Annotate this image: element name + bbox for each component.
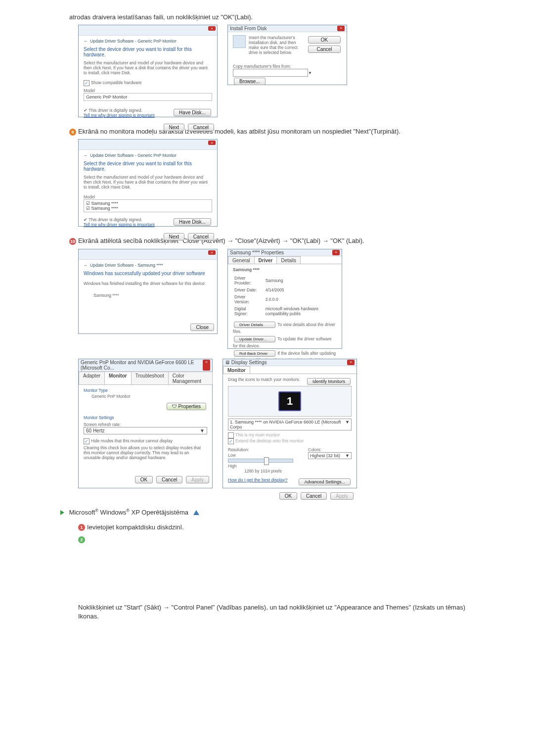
refresh-label: Screen refresh rate: [84,422,207,427]
tab-monitor[interactable]: Monitor [104,372,132,384]
apply-button: Apply [186,476,209,483]
resolution-slider[interactable] [228,459,293,463]
drag-text: Drag the icons to match your monitors. [228,377,300,386]
prop-title: Samsung **** Properties [230,250,284,255]
resolution-label: Resolution: [228,447,298,452]
colors-label: Colors: [308,447,352,452]
window-title: ← Update Driver Software - Generic PnP M… [84,39,212,44]
next-button[interactable]: Next [164,233,185,240]
updated-heading: Windows has successfully updated your dr… [84,271,212,276]
ok-button[interactable]: OK [308,36,341,44]
select-driver-desc: Select the manufacturer and model of you… [84,175,212,189]
close-icon[interactable]: × [208,141,216,145]
ok-button[interactable]: OK [279,492,297,500]
intro-text: atrodas draivera iestatīšanas faili, un … [69,13,480,22]
browse-button[interactable]: Browse... [234,78,266,85]
monitor-type-label: Monitor Type [84,388,207,393]
prop-device: Samsung **** [233,267,337,272]
tab-driver[interactable]: Driver [254,256,277,264]
updated-window: × ← Update Driver Software - Samsung ***… [78,249,218,334]
step-number-2: 2 [78,536,85,543]
apply-button: Apply [330,492,354,500]
driver-details-button[interactable]: Driver Details [234,322,275,328]
main-monitor-check: This is my main monitor [228,432,352,438]
close-icon[interactable]: × [332,250,340,255]
next-button[interactable]: Next [164,124,185,131]
why-signing-link[interactable]: Tell me why driver signing is important [84,222,155,227]
close-icon[interactable]: × [347,360,355,365]
monitor-select[interactable]: 1. Samsung **** on NVIDIA GeForce 6600 L… [228,419,352,430]
tab-monitor[interactable]: Monitor [223,366,250,374]
properties-window: Samsung **** Properties × General Driver… [227,249,342,349]
display-settings-window: 🖥 Display Settings × Monitor Drag the ic… [222,359,357,488]
copy-from-label: Copy manufacturer's files from: [233,64,342,69]
device-name: Samsung **** [93,293,212,298]
signed-text: ✔ This driver is digitally signed. [84,217,155,222]
hide-modes-check[interactable]: Hide modes that this monitor cannot disp… [84,438,207,444]
select-driver-heading: Select the device driver you want to ins… [84,161,212,172]
close-icon[interactable]: × [203,360,210,371]
window-title: ← Update Driver Software - Samsung **** [84,263,212,268]
window-title: ← Update Driver Software - Generic PnP M… [84,153,212,158]
monitor-properties-window: Generic PnP Monitor and NVIDIA GeForce 6… [78,359,213,488]
monitor-icon[interactable]: 1 [278,391,301,411]
model-option-1[interactable]: ☑ Samsung **** [86,201,210,206]
xp-step1: 1Ievietojiet kompaktdisku diskdzinī. [78,523,480,532]
tab-details[interactable]: Details [276,256,301,264]
step-number-10: 10 [69,238,76,245]
cancel-button[interactable]: Cancel [156,476,182,483]
colors-select[interactable]: Highest (32 bit)▼ [308,452,352,459]
monitor-settings-label: Monitor Settings [84,415,207,420]
model-value[interactable]: Generic PnP Monitor [84,93,212,101]
model-option-2[interactable]: ☑ Samsung **** [86,206,210,211]
xp-step2-marker: 2 [78,535,480,544]
update-driver-window: × ← Update Driver Software - Generic PnP… [78,25,218,117]
signed-text: ✔ This driver is digitally signed. [84,108,155,113]
monitor-win-title: Generic PnP Monitor and NVIDIA GeForce 6… [81,360,203,371]
disk-icon [233,35,246,48]
path-input[interactable] [233,69,308,77]
refresh-select[interactable]: 60 Hertz▼ [84,427,207,434]
extend-check: Extend the desktop onto this monitor [228,438,352,444]
display-title: 🖥 Display Settings [225,360,267,365]
bullet-arrow-icon [60,510,64,515]
tab-color[interactable]: Color Management [168,372,213,384]
tab-troubleshoot[interactable]: Troubleshoot [131,372,169,384]
compat-check[interactable]: Show compatible hardware [84,80,212,86]
advanced-button[interactable]: Advanced Settings... [299,478,351,485]
updated-sub: Windows has finished installing the driv… [84,281,212,286]
best-display-link[interactable]: How do I get the best display? [228,477,288,486]
identify-button[interactable]: Identify Monitors [307,378,351,385]
properties-button[interactable]: 🛡 Properties [167,403,206,410]
have-disk-button[interactable]: Have Disk... [174,218,211,226]
close-icon[interactable]: × [208,250,216,255]
tab-general[interactable]: General [228,256,255,264]
install-body: Insert the manufacturer's installation d… [249,35,304,55]
xp-bottom-text: Noklikšķiniet uz "Start" (Sākt) → "Contr… [78,603,480,621]
cancel-button[interactable]: Cancel [188,233,214,240]
resolution-value: 1280 by 1024 pixels [228,469,298,473]
ok-button[interactable]: OK [135,476,153,483]
update-driver-button[interactable]: Update Driver... [234,336,275,342]
select-driver-heading: Select the device driver you want to ins… [84,47,212,57]
step-number-9: 9 [69,129,76,136]
tab-adapter[interactable]: Adapter [79,372,105,384]
collapse-arrow-icon[interactable] [193,510,199,515]
select-driver-desc: Select the manufacturer and model of you… [84,60,212,75]
model-label: Model [84,88,212,93]
close-icon[interactable]: × [337,26,345,31]
have-disk-button[interactable]: Have Disk... [174,109,211,116]
model-label: Model [84,194,212,199]
close-button[interactable]: Close [190,324,214,331]
rollback-button[interactable]: Roll Back Driver [234,350,275,357]
xp-heading-row: Microsoft® Windows® XP Operētājsistēma [60,508,480,516]
install-title: Install From Disk [230,26,267,31]
why-signing-link[interactable]: Tell me why driver signing is important [84,113,155,118]
xp-heading: Microsoft® Windows® XP Operētājsistēma [69,509,188,516]
update-driver-window-2: × ← Update Driver Software - Generic PnP… [78,139,218,227]
install-from-disk-window: Install From Disk × Insert the manufactu… [227,25,347,85]
cancel-button[interactable]: Cancel [188,124,214,131]
cancel-button[interactable]: Cancel [308,46,341,53]
cancel-button[interactable]: Cancel [301,492,327,500]
close-icon[interactable]: × [208,26,216,31]
